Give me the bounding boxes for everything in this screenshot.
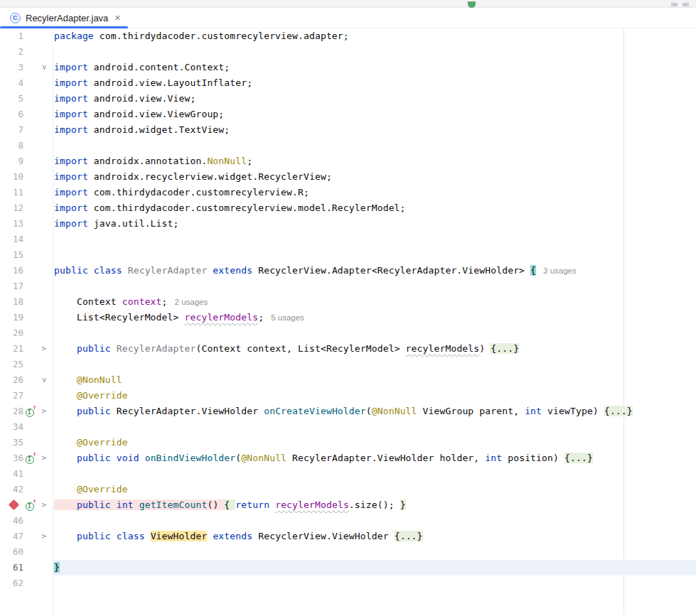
gutter-line-number[interactable]: 36	[0, 450, 23, 466]
fold-icon	[36, 325, 53, 341]
gutter-line-number[interactable]: 10	[0, 169, 23, 185]
fold-icon[interactable]: >	[36, 60, 53, 75]
code-token: RecyclerView.Adapter<RecylerAdapter.View…	[258, 265, 530, 276]
run-icon[interactable]	[468, 1, 476, 8]
gutter-line-number[interactable]: 6	[0, 107, 23, 122]
tab-bar: C RecylerAdapter.java ×	[0, 8, 696, 28]
gutter-icon-slot	[23, 435, 36, 450]
code-editor[interactable]: 1package com.thirdydacoder.customrecyler…	[0, 28, 696, 615]
inlay-usages-hint[interactable]: 3 usages	[543, 266, 577, 275]
gutter-line-number[interactable]: 20	[0, 325, 23, 341]
fold-icon	[36, 560, 53, 576]
fold-icon	[36, 419, 53, 435]
code-text: List<RecylerModel> recylerModels;5 usage…	[53, 310, 304, 325]
gutter-line-number[interactable]: 27	[0, 388, 23, 404]
code-text	[53, 466, 54, 482]
code-line: 6import android.view.ViewGroup;	[0, 107, 696, 122]
code-line: 2	[0, 44, 696, 60]
code-line: 18 Context context;2 usages	[0, 294, 696, 310]
code-token: android.content.Context;	[94, 62, 230, 72]
code-token: import	[54, 62, 94, 72]
gutter-line-number[interactable]: 60	[0, 544, 23, 560]
toolbar-right-icon[interactable]	[671, 3, 678, 6]
gutter-line-number[interactable]: 1	[0, 28, 23, 44]
fold-icon[interactable]: >	[36, 372, 53, 388]
gutter-line-number[interactable]: 2	[0, 44, 23, 60]
fold-icon[interactable]: >	[36, 341, 53, 357]
gutter-line-number[interactable]: 34	[0, 419, 23, 435]
code-text: Context context;2 usages	[53, 294, 208, 310]
code-line: 41	[0, 466, 696, 482]
gutter-icon-slot	[23, 75, 36, 91]
code-token: public int	[77, 499, 139, 510]
code-line: 60	[0, 544, 696, 560]
gutter-icon-slot	[23, 419, 36, 435]
gutter-line-number[interactable]: 41	[0, 466, 23, 482]
tab-recyleradapter-java[interactable]: C RecylerAdapter.java ×	[0, 8, 128, 28]
gutter-line-number[interactable]: 62	[0, 576, 23, 591]
fold-icon	[36, 138, 53, 153]
gutter-icon-slot	[23, 576, 36, 591]
code-token: }	[54, 562, 60, 573]
gutter-line-number[interactable]: 3	[0, 60, 23, 75]
code-line: 21> public RecylerAdapter(Context contex…	[0, 341, 696, 357]
breakpoint-icon[interactable]	[0, 497, 23, 513]
fold-icon[interactable]: >	[36, 404, 53, 419]
gutter-line-number[interactable]: 35	[0, 435, 23, 450]
code-token: com.thirdydacoder.customrecylerview.R;	[94, 187, 309, 198]
tab-close-icon[interactable]: ×	[114, 13, 120, 23]
code-line: 5import android.view.View;	[0, 91, 696, 107]
gutter-line-number[interactable]: 11	[0, 185, 23, 200]
code-text: import androidx.recyclerview.widget.Recy…	[53, 169, 332, 185]
implementing-method-icon[interactable]: I	[26, 502, 34, 511]
inlay-usages-hint[interactable]: 2 usages	[175, 298, 208, 306]
code-token: import	[54, 93, 94, 104]
breakpoint-diamond-icon[interactable]	[9, 499, 20, 511]
code-text: public RecylerAdapter.ViewHolder onCreat…	[53, 404, 633, 419]
code-token: android.view.ViewGroup;	[94, 109, 224, 119]
implementing-method-icon[interactable]: I	[26, 409, 34, 417]
fold-icon	[36, 544, 53, 560]
gutter-line-number[interactable]: 15	[0, 247, 23, 263]
gutter-line-number[interactable]: 25	[0, 357, 23, 372]
gutter-line-number[interactable]: 4	[0, 75, 23, 91]
code-token: import	[54, 156, 94, 166]
code-token: public class	[77, 531, 151, 541]
gutter-icon-slot	[23, 91, 36, 107]
gutter-line-number[interactable]: 13	[0, 216, 23, 232]
implementing-method-icon[interactable]: I	[26, 455, 34, 464]
code-token	[54, 343, 77, 354]
gutter-line-number[interactable]: 12	[0, 200, 23, 216]
gutter-line-number[interactable]: 46	[0, 513, 23, 529]
code-token	[54, 499, 77, 510]
gutter-icon-slot	[23, 294, 36, 310]
gutter-line-number[interactable]: 42	[0, 482, 23, 497]
code-token: @NonNull	[372, 406, 417, 416]
code-token: recylerModels	[406, 343, 480, 354]
gutter-line-number[interactable]: 14	[0, 232, 23, 247]
gutter-line-number[interactable]: 26	[0, 372, 23, 388]
toolbar-right-icon[interactable]	[682, 3, 689, 6]
code-token: ()	[207, 499, 224, 510]
gutter-line-number[interactable]: 7	[0, 122, 23, 138]
code-token: NonNull	[207, 156, 247, 166]
gutter-line-number[interactable]: 5	[0, 91, 23, 107]
fold-icon[interactable]: >	[36, 497, 53, 513]
code-token	[54, 484, 77, 495]
gutter-line-number[interactable]: 61	[0, 560, 23, 576]
gutter-line-number[interactable]: 18	[0, 294, 23, 310]
gutter-line-number[interactable]: 9	[0, 153, 23, 169]
gutter-line-number[interactable]: 28	[0, 404, 23, 419]
code-token: int	[485, 453, 502, 463]
fold-icon[interactable]: >	[36, 450, 53, 466]
inlay-usages-hint[interactable]: 5 usages	[271, 313, 304, 322]
code-text: import android.view.LayoutInflater;	[53, 75, 252, 91]
gutter-line-number[interactable]: 17	[0, 279, 23, 294]
gutter-line-number[interactable]: 8	[0, 138, 23, 153]
gutter-line-number[interactable]: 47	[0, 529, 23, 544]
fold-icon	[36, 122, 53, 138]
fold-icon[interactable]: >	[36, 529, 53, 544]
gutter-line-number[interactable]: 16	[0, 263, 23, 279]
gutter-line-number[interactable]: 19	[0, 310, 23, 325]
gutter-line-number[interactable]: 21	[0, 341, 23, 357]
